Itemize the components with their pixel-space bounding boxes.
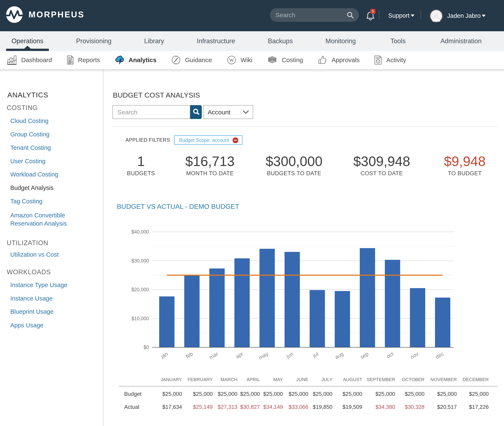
svg-text:may: may xyxy=(258,351,269,361)
svg-text:$40,000: $40,000 xyxy=(132,229,149,235)
svg-text:$0: $0 xyxy=(143,345,149,350)
svg-text:jul: jul xyxy=(312,351,319,358)
svg-text:mar: mar xyxy=(208,351,219,360)
svg-text:sep: sep xyxy=(359,351,369,360)
svg-text:jun: jun xyxy=(285,351,294,359)
svg-text:W: W xyxy=(229,57,234,63)
svg-text:$20,000: $20,000 xyxy=(132,287,149,292)
svg-text:$10,000: $10,000 xyxy=(132,316,149,321)
svg-text:feb: feb xyxy=(185,351,194,360)
svg-text:apr: apr xyxy=(234,351,244,360)
svg-text:aug: aug xyxy=(334,351,344,360)
svg-text:dec: dec xyxy=(434,351,445,360)
svg-text:$30,000: $30,000 xyxy=(132,258,149,263)
svg-text:nov: nov xyxy=(409,351,420,360)
svg-text:oct: oct xyxy=(385,351,394,359)
svg-text:jan: jan xyxy=(160,351,169,359)
